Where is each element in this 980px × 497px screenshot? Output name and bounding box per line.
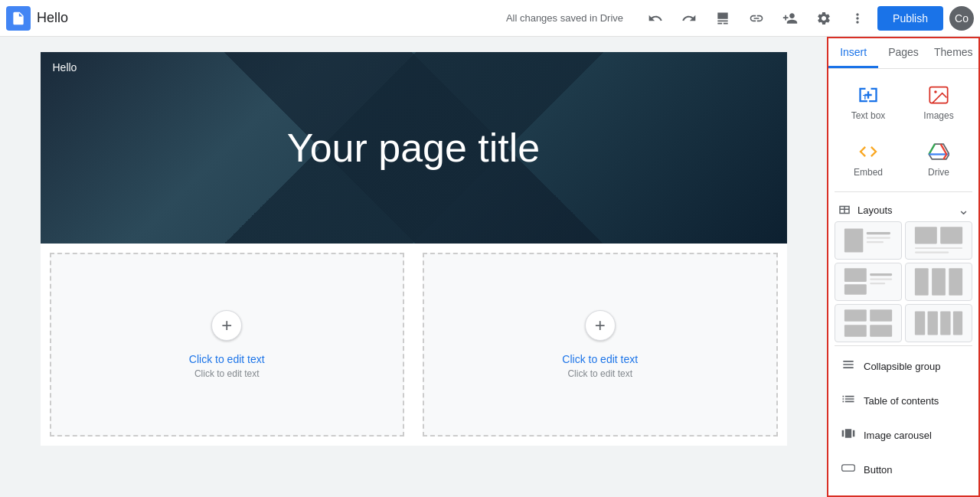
topbar: Hello All changes saved in Drive Publish… <box>0 0 980 37</box>
textbox-icon: T <box>858 83 879 107</box>
layouts-label: Layouts <box>858 204 893 216</box>
insert-drive[interactable]: Drive <box>905 132 972 185</box>
settings-button[interactable] <box>810 5 838 32</box>
document-title: Hello <box>37 10 68 26</box>
column-2[interactable]: + Click to edit text Click to edit text <box>423 253 778 437</box>
drive-icon <box>928 139 949 164</box>
svg-rect-9 <box>915 247 962 249</box>
svg-point-2 <box>934 90 937 93</box>
layout-thumb-6[interactable] <box>905 304 972 342</box>
embed-label: Embed <box>854 167 883 178</box>
save-status: All changes saved in Drive <box>506 12 623 24</box>
collapsible-label: Collapsible group <box>864 361 940 372</box>
tab-insert[interactable]: Insert <box>828 38 878 68</box>
drive-label: Drive <box>928 167 949 178</box>
svg-rect-24 <box>928 311 938 335</box>
top-insert-grid: T Text box Images <box>835 75 972 185</box>
svg-rect-7 <box>915 227 937 244</box>
svg-text:T: T <box>863 93 867 101</box>
embed-icon <box>858 139 879 164</box>
insert-carousel[interactable]: Image carousel <box>835 418 972 453</box>
main-area: Hello Your page title + Click to edit te… <box>0 37 980 497</box>
col1-sub-label: Click to edit text <box>194 368 260 379</box>
insert-collapsible[interactable]: Collapsible group <box>835 349 972 384</box>
layout-thumb-2[interactable] <box>905 221 972 260</box>
sidebar-tabs: Insert Pages Themes <box>828 38 978 69</box>
add-user-button[interactable] <box>776 5 804 32</box>
preview-button[interactable] <box>709 5 737 32</box>
toc-label: Table of contents <box>864 395 939 407</box>
layout-thumb-5[interactable] <box>835 304 902 342</box>
app-logo <box>6 6 31 31</box>
tab-pages[interactable]: Pages <box>878 38 928 68</box>
svg-rect-23 <box>915 311 925 335</box>
svg-rect-5 <box>867 237 890 239</box>
layouts-header[interactable]: Layouts ⌄ <box>835 195 972 221</box>
insert-textbox[interactable]: T Text box <box>835 75 902 129</box>
column-1[interactable]: + Click to edit text Click to edit text <box>50 253 405 437</box>
add-content-button-1[interactable]: + <box>211 310 242 341</box>
redo-button[interactable] <box>675 5 703 32</box>
insert-panel: T Text box Images <box>828 69 978 497</box>
layout-thumb-1[interactable] <box>835 221 902 260</box>
images-icon <box>928 83 949 107</box>
svg-rect-14 <box>870 279 892 280</box>
layouts-grid-row2 <box>835 263 972 301</box>
undo-button[interactable] <box>642 5 669 32</box>
svg-rect-6 <box>867 241 884 243</box>
insert-divider[interactable]: Divider <box>835 487 972 497</box>
svg-rect-16 <box>915 268 929 296</box>
collapsible-icon <box>841 357 856 376</box>
divider-1 <box>835 191 972 192</box>
col2-sub-label: Click to edit text <box>567 368 632 379</box>
button-label: Button <box>864 464 893 476</box>
svg-rect-25 <box>940 311 950 335</box>
site-container: Hello Your page title + Click to edit te… <box>41 52 787 446</box>
svg-rect-27 <box>842 465 855 471</box>
layouts-chevron: ⌄ <box>958 201 969 218</box>
avatar[interactable]: Co <box>949 6 974 31</box>
svg-rect-3 <box>844 228 863 252</box>
layout-thumb-4[interactable] <box>905 263 972 301</box>
svg-rect-18 <box>949 268 962 296</box>
layouts-grid-row3 <box>835 304 972 342</box>
tab-themes[interactable]: Themes <box>929 38 978 68</box>
layout-thumb-3[interactable] <box>835 263 902 301</box>
col1-edit-label[interactable]: Click to edit text <box>189 353 265 365</box>
layouts-icon <box>838 203 851 217</box>
layouts-grid-row1 <box>835 221 972 260</box>
carousel-label: Image carousel <box>864 430 932 441</box>
insert-embed[interactable]: Embed <box>835 132 902 185</box>
insert-button[interactable]: Button <box>835 453 972 487</box>
svg-rect-19 <box>844 309 867 322</box>
site-name-label: Hello <box>53 61 77 74</box>
svg-rect-10 <box>915 251 949 253</box>
svg-rect-4 <box>867 232 890 234</box>
svg-rect-12 <box>844 284 867 294</box>
svg-rect-11 <box>844 268 867 282</box>
textbox-label: Text box <box>851 110 886 121</box>
svg-rect-26 <box>953 311 962 335</box>
divider-2 <box>835 345 972 346</box>
col2-edit-label[interactable]: Click to edit text <box>562 353 638 365</box>
link-button[interactable] <box>743 5 770 32</box>
right-sidebar: Insert Pages Themes T Text box <box>827 37 980 497</box>
more-button[interactable] <box>844 5 871 32</box>
two-column-section: + Click to edit text Click to edit text … <box>41 244 787 446</box>
insert-toc[interactable]: Table of contents <box>835 384 972 418</box>
svg-rect-8 <box>940 227 962 244</box>
insert-images[interactable]: Images <box>905 75 972 129</box>
svg-rect-15 <box>870 283 885 284</box>
button-icon <box>841 460 856 479</box>
hero-section: Hello Your page title <box>41 52 787 244</box>
page-title[interactable]: Your page title <box>287 125 541 171</box>
svg-rect-22 <box>870 325 892 337</box>
carousel-icon <box>841 426 856 445</box>
svg-rect-17 <box>932 268 946 296</box>
add-content-button-2[interactable]: + <box>585 310 616 341</box>
svg-rect-21 <box>870 309 892 322</box>
canvas-area: Hello Your page title + Click to edit te… <box>0 37 827 497</box>
svg-rect-20 <box>844 325 867 337</box>
publish-button[interactable]: Publish <box>877 6 943 31</box>
images-label: Images <box>923 110 953 121</box>
